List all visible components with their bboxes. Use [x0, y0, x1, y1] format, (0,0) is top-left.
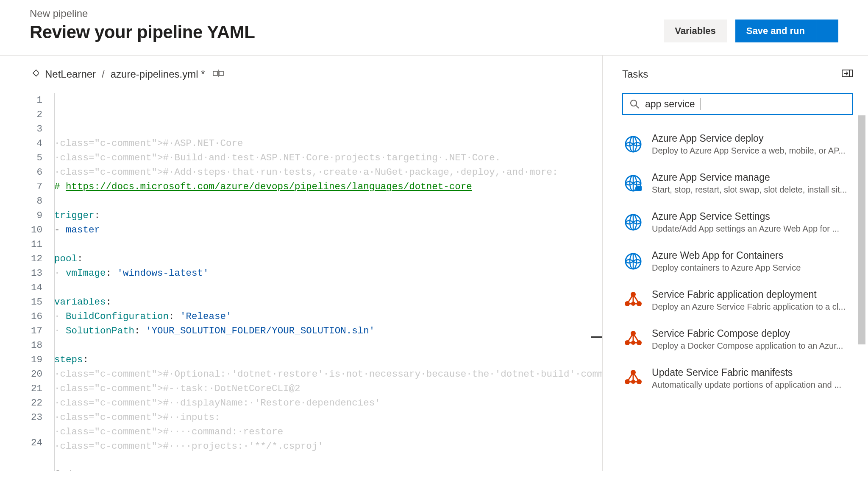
- service-fabric-icon: [624, 330, 643, 349]
- main-content: NetLearner / azure-pipelines.yml * 12345…: [0, 56, 868, 471]
- task-description: Deploy a Docker Compose application to a…: [652, 341, 851, 351]
- svg-rect-15: [636, 186, 642, 191]
- task-title: Service Fabric Compose deploy: [652, 328, 851, 339]
- task-description: Update/Add App settings an Azure Web App…: [652, 224, 851, 234]
- service-fabric-icon: [624, 291, 643, 310]
- task-title: Azure App Service manage: [652, 172, 851, 183]
- text-cursor: [701, 98, 701, 110]
- task-title: Azure App Service deploy: [652, 133, 851, 144]
- breadcrumb: New pipeline: [30, 8, 255, 20]
- task-title: Update Service Fabric manifests: [652, 367, 851, 378]
- task-item[interactable]: Service Fabric Compose deployDeploy a Do…: [622, 324, 853, 355]
- azure-globe-icon: [624, 174, 643, 193]
- save-and-run-button[interactable]: Save and run: [735, 20, 816, 42]
- svg-point-36: [637, 340, 642, 345]
- path-separator: /: [102, 68, 105, 80]
- task-description: Deploy containers to Azure App Service: [652, 263, 851, 273]
- rename-icon[interactable]: [213, 68, 224, 80]
- task-description: Automatically update portions of applica…: [652, 380, 851, 390]
- tasks-search-box[interactable]: [622, 93, 853, 115]
- line-number-gutter: 123456789101112131415161718192021222324: [30, 93, 54, 471]
- code-editor[interactable]: 123456789101112131415161718192021222324 …: [30, 93, 602, 471]
- code-lines[interactable]: ·class="c-comment">#·ASP.NET·Core·class=…: [54, 93, 603, 471]
- svg-point-29: [631, 302, 635, 306]
- save-and-run-split-button: Save and run: [735, 20, 838, 42]
- task-title: Azure App Service Settings: [652, 211, 851, 222]
- task-title: Service Fabric application deployment: [652, 289, 851, 300]
- svg-point-42: [631, 370, 636, 375]
- editor-pane: NetLearner / azure-pipelines.yml * 12345…: [0, 56, 603, 471]
- codelens-settings[interactable]: Settings: [54, 468, 603, 471]
- file-name[interactable]: azure-pipelines.yml *: [111, 68, 205, 80]
- task-item[interactable]: Service Fabric application deploymentDep…: [622, 285, 853, 316]
- svg-point-44: [637, 379, 642, 384]
- svg-rect-1: [33, 70, 39, 76]
- task-description: Deploy an Azure Service Fabric applicati…: [652, 302, 851, 312]
- task-item[interactable]: Azure Web App for ContainersDeploy conta…: [622, 246, 853, 277]
- svg-rect-2: [213, 71, 217, 76]
- svg-point-43: [625, 379, 630, 384]
- svg-point-34: [631, 331, 636, 336]
- tasks-list: Azure App Service deployDeploy to Azure …: [622, 129, 853, 394]
- repo-name[interactable]: NetLearner: [45, 68, 96, 80]
- task-item[interactable]: Azure App Service manageStart, stop, res…: [622, 168, 853, 199]
- azure-globe-icon: [624, 135, 643, 154]
- azure-globe-icon: [624, 252, 643, 271]
- minimap-indicator: [591, 336, 602, 338]
- svg-point-7: [631, 100, 637, 106]
- collapse-panel-icon[interactable]: [842, 69, 853, 80]
- tasks-search-input[interactable]: [645, 98, 701, 110]
- svg-point-28: [637, 301, 642, 306]
- page-header: New pipeline Review your pipeline YAML V…: [0, 0, 868, 56]
- vertical-scrollbar[interactable]: [857, 66, 866, 478]
- page-title: Review your pipeline YAML: [30, 22, 255, 42]
- task-description: Deploy to Azure App Service a web, mobil…: [652, 146, 851, 156]
- svg-point-37: [631, 341, 635, 345]
- svg-point-26: [631, 292, 636, 297]
- svg-point-45: [631, 380, 635, 384]
- tasks-pane: Tasks Azure App Service deployDeploy to …: [603, 56, 868, 471]
- service-fabric-icon: [624, 369, 643, 388]
- task-item[interactable]: Azure App Service deployDeploy to Azure …: [622, 129, 853, 160]
- search-icon: [630, 99, 639, 109]
- task-item[interactable]: Azure App Service SettingsUpdate/Add App…: [622, 207, 853, 238]
- scrollbar-thumb[interactable]: [858, 115, 865, 344]
- repo-icon: [30, 70, 39, 79]
- azure-globe-icon: [624, 213, 643, 232]
- variables-button[interactable]: Variables: [664, 20, 727, 42]
- file-breadcrumb: NetLearner / azure-pipelines.yml *: [30, 68, 602, 80]
- save-and-run-dropdown[interactable]: [816, 20, 838, 42]
- svg-rect-3: [219, 71, 223, 76]
- task-description: Start, stop, restart, slot swap, slot de…: [652, 185, 851, 195]
- svg-line-8: [636, 105, 639, 108]
- svg-point-27: [625, 301, 630, 306]
- task-title: Azure Web App for Containers: [652, 250, 851, 261]
- tasks-title: Tasks: [622, 68, 648, 80]
- svg-point-35: [625, 340, 630, 345]
- task-item[interactable]: Update Service Fabric manifestsAutomatic…: [622, 363, 853, 394]
